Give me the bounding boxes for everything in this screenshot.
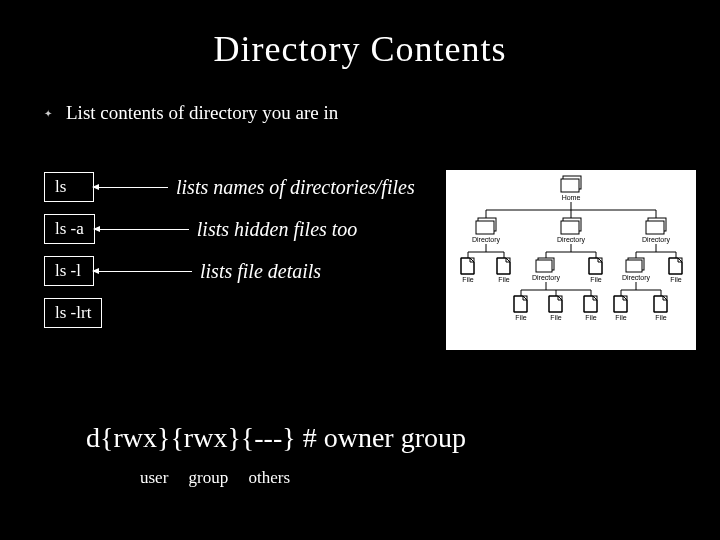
bullet-item: ✦ List contents of directory you are in <box>44 102 720 124</box>
cmd-row-ls: ls lists names of directories/files <box>44 172 415 202</box>
cmd-box: ls -a <box>44 214 95 244</box>
slide-title: Directory Contents <box>0 0 720 70</box>
cmd-box: ls -lrt <box>44 298 102 328</box>
directory-tree-diagram: Home Directory Directory Directory File … <box>446 170 696 350</box>
svg-rect-7 <box>646 221 664 234</box>
tree-label: Directory <box>532 274 561 282</box>
tree-label: Directory <box>622 274 651 282</box>
svg-rect-5 <box>561 221 579 234</box>
tree-label: File <box>615 314 626 321</box>
perm-others-label: others <box>249 468 291 487</box>
tree-label: Directory <box>472 236 501 244</box>
arrow-icon <box>99 229 189 230</box>
tree-label: File <box>585 314 596 321</box>
bullet-icon: ✦ <box>44 108 52 119</box>
tree-label: File <box>462 276 473 283</box>
command-list: ls lists names of directories/files ls -… <box>44 172 415 340</box>
tree-label: Directory <box>557 236 586 244</box>
cmd-box: ls <box>44 172 94 202</box>
tree-label: File <box>655 314 666 321</box>
bullet-text: List contents of directory you are in <box>66 102 338 124</box>
svg-rect-11 <box>536 260 552 272</box>
tree-label: Directory <box>642 236 671 244</box>
svg-rect-14 <box>626 260 642 272</box>
perm-user-label: user <box>140 468 168 487</box>
tree-label: File <box>515 314 526 321</box>
cmd-row-ls-lrt: ls -lrt <box>44 298 415 328</box>
svg-rect-1 <box>561 179 579 192</box>
tree-root-label: Home <box>562 194 581 201</box>
arrow-icon <box>98 187 168 188</box>
cmd-box: ls -l <box>44 256 94 286</box>
cmd-desc: lists hidden files too <box>197 218 358 241</box>
permissions-labels: user group others <box>140 468 306 488</box>
cmd-row-ls-a: ls -a lists hidden files too <box>44 214 415 244</box>
cmd-desc: lists file details <box>200 260 321 283</box>
perm-group-label: group <box>189 468 229 487</box>
tree-label: File <box>670 276 681 283</box>
cmd-desc: lists names of directories/files <box>176 176 415 199</box>
cmd-row-ls-l: ls -l lists file details <box>44 256 415 286</box>
svg-rect-3 <box>476 221 494 234</box>
arrow-icon <box>98 271 192 272</box>
tree-label: File <box>550 314 561 321</box>
permissions-line: d{rwx}{rwx}{---} # owner group <box>86 422 466 454</box>
tree-label: File <box>498 276 509 283</box>
tree-label: File <box>590 276 601 283</box>
